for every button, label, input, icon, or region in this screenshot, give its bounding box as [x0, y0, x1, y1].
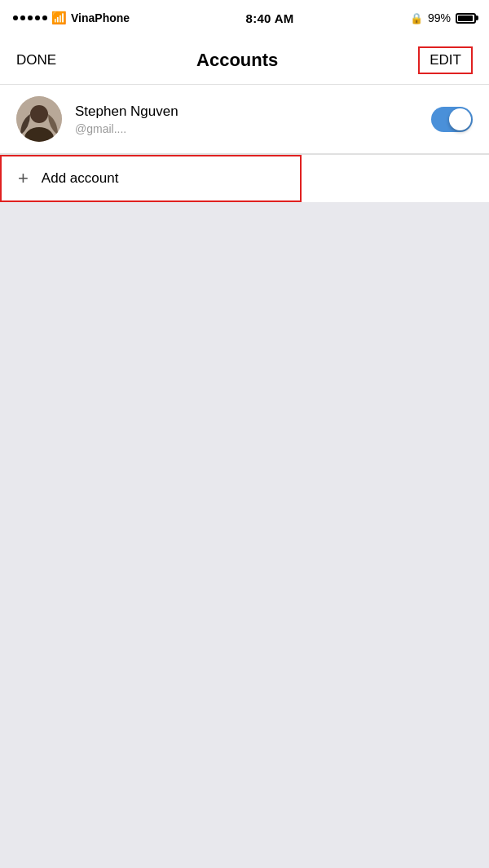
page-title: Accounts: [196, 50, 278, 71]
svg-point-2: [30, 105, 48, 123]
account-info: Stephen Nguven @gmail....: [75, 104, 431, 135]
toggle-switch[interactable]: [431, 107, 473, 132]
status-left: 📶 VinaPhone: [13, 11, 130, 25]
carrier-name: VinaPhone: [71, 11, 130, 24]
battery-percent: 99%: [428, 11, 451, 24]
accounts-section: Stephen Nguven @gmail.... + Add account: [0, 85, 489, 202]
done-button[interactable]: DONE: [16, 52, 56, 68]
battery-icon: [456, 13, 476, 24]
status-time: 8:40 AM: [246, 11, 294, 25]
edit-button[interactable]: EDIT: [418, 46, 473, 74]
lock-icon: 🔒: [410, 12, 423, 24]
add-account-label: Add account: [42, 170, 119, 187]
status-bar: 📶 VinaPhone 8:40 AM 🔒 99%: [0, 0, 489, 36]
navigation-bar: DONE Accounts EDIT: [0, 36, 489, 85]
status-right: 🔒 99%: [410, 11, 476, 24]
toggle-knob: [449, 108, 471, 130]
account-row: Stephen Nguven @gmail....: [0, 85, 489, 154]
background-area: [0, 202, 489, 707]
plus-icon: +: [18, 170, 29, 187]
account-name: Stephen Nguven: [75, 104, 431, 120]
signal-icon: [13, 15, 47, 20]
wifi-icon: 📶: [51, 11, 67, 25]
account-toggle[interactable]: [431, 107, 473, 132]
account-email: @gmail....: [75, 122, 431, 135]
add-account-button[interactable]: + Add account: [0, 155, 302, 202]
avatar: [16, 96, 62, 142]
